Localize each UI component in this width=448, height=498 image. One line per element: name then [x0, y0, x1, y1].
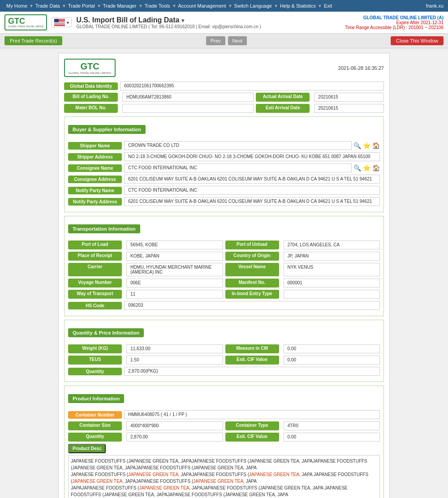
port-of-load-label: Port of Load [68, 240, 122, 249]
flag-dropdown-icon: ▾ [67, 20, 69, 25]
notify-party-address-row: Notify Party Address 6201 COLISEUM WAY S… [68, 197, 380, 206]
header-left: GTC GLOBAL TRADE ONLINE LIMITED ▾ U.S. I… [4, 14, 261, 30]
header-banner: GTC GLOBAL TRADE ONLINE LIMITED ▾ U.S. I… [0, 12, 448, 34]
nav-my-home[interactable]: My Home [4, 2, 29, 9]
buyer-supplier-title: Buyer & Supplier Information [68, 125, 146, 134]
bol-value: HDMU06AM72813860 [122, 93, 254, 102]
global-data-identity-row: Global Data Identity 6003202106170066239… [64, 82, 384, 90]
container-type-value: 4TR0 [284, 421, 380, 430]
transportation-section: Transportation Information Port of Load … [64, 216, 384, 316]
product-desc-button[interactable]: Product Desc [68, 444, 106, 453]
highlight-green-tea-2: JAPANESE GREEN TEA, [249, 472, 301, 477]
us-flag-icon [54, 19, 65, 26]
nav-exit[interactable]: Exit [322, 2, 334, 9]
shipper-name-row: Shipper Name CROWN TRADE CO LTD 🔍 ⭐ 🏠 [68, 141, 380, 150]
quantity-label: Quantity [68, 368, 122, 375]
company-info: GLOBAL TRADE ONLINE LIMITED ( Tel: 86-51… [76, 24, 261, 29]
actual-arrival-label: Actual Arrival Date [256, 93, 310, 102]
weight-kg-label: Weight (KG) [68, 344, 122, 353]
carrier-label: Carrier [68, 263, 122, 276]
bol-label: Bill of Lading No. [64, 93, 118, 102]
record-card: GTC GLOBAL TRADE ONLINE LIMITED 2021-06-… [58, 53, 390, 498]
page-title-text: U.S. Import Bill of Lading Data [76, 16, 179, 24]
product-desc-section: Product Desc JAPANESE FOODSTUFFS (JAPANE… [68, 444, 380, 498]
port-row: Port of Load 56945, KOBE Port of Unload … [68, 240, 380, 249]
toolbar-left: Print Trade Record(s) [4, 36, 62, 45]
shipper-name-value: CROWN TRADE CO LTD [124, 141, 352, 150]
consignee-star-icon[interactable]: ⭐ [363, 164, 370, 172]
consignee-name-label: Consignee Name [68, 164, 122, 172]
product-title: Product Information [68, 394, 124, 403]
container-size-value: 4000*400*900 [126, 421, 223, 430]
highlight-green-tea-1: JAPANESE GREEN TEA, [128, 472, 180, 477]
nav-trade-tools[interactable]: Trade Tools [143, 2, 172, 9]
container-number-row: Container Number HMMU6408075 ( 41 / 1 / … [68, 410, 380, 419]
voyage-number-label: Voyage Number [68, 279, 122, 288]
main-content: GTC GLOBAL TRADE ONLINE LIMITED 2021-06-… [0, 48, 448, 498]
measure-cm-value: 0.00 [284, 344, 380, 353]
shipper-search-icon[interactable]: 🔍 [353, 142, 361, 149]
title-area: U.S. Import Bill of Lading Data ▾ GLOBAL… [76, 16, 261, 29]
user-name: frank.xu [426, 3, 444, 9]
nav-trade-manager[interactable]: Trade Manager [101, 2, 138, 9]
esti-arrival-label: Esti Arrival Date [256, 104, 310, 113]
voyage-manifest-row: Voyage Number 006E Manifest No. 000001 [68, 279, 380, 288]
consignee-address-label: Consignee Address [68, 176, 122, 183]
card-date: 2021-06-28 16:35:27 [338, 65, 384, 71]
quantity-price-title: Quantity & Price Information [68, 328, 144, 337]
consignee-search-icon[interactable]: 🔍 [353, 164, 361, 172]
esti-cif-value: 0.00 [284, 356, 380, 365]
shipper-star-icon[interactable]: ⭐ [363, 142, 370, 149]
receipt-origin-row: Place of Receipt KOBE, JAPAN Country of … [68, 252, 380, 261]
container-size-type-row: Container Size 4000*400*900 Container Ty… [68, 421, 380, 430]
shipper-icons: 🔍 ⭐ 🏠 [352, 142, 380, 149]
in-bond-value [284, 290, 380, 299]
voyage-number-value: 006E [126, 279, 223, 288]
product-desc-text: JAPANESE FOODSTUFFS (JAPANESE GREEN TEA,… [68, 455, 380, 498]
product-header: Product Information [68, 390, 380, 407]
logo-text: GTC [8, 17, 43, 25]
shipper-address-row: Shipper Address NO 2-18 3-CHOME GOKOH-DO… [68, 152, 380, 161]
country-of-origin-value: JP, JAPAN [284, 252, 380, 261]
dropdown-arrow-icon: ▾ [181, 17, 184, 24]
place-of-receipt-value: KOBE, JAPAN [126, 252, 223, 261]
header-right: GLOBAL TRADE ONLINE LIMITED (A) Expire A… [345, 15, 444, 30]
top-navigation: My Home ▾ Trade Data ▾ Trade Portal ▾ Tr… [0, 0, 448, 12]
nav-help-statistics[interactable]: Help & Statistics [278, 2, 318, 9]
card-logo-sub: GLOBAL TRADE ONLINE LIMITED [69, 72, 111, 74]
logo-sub: GLOBAL TRADE ONLINE LIMITED [8, 25, 43, 28]
notify-party-name-value: CTC FOOD INTERNATIONAL INC [124, 186, 380, 195]
close-button-top[interactable]: Close This Window [391, 36, 444, 45]
vessel-name-value: NYK VENUS [284, 263, 380, 276]
product-section: Product Information Container Number HMM… [64, 386, 384, 498]
product-quantity-value: 2,870.00 [126, 433, 223, 442]
consignee-name-row: Consignee Name CTC FOOD INTERNATIONAL IN… [68, 163, 380, 172]
nav-trade-data[interactable]: Trade Data [34, 2, 62, 9]
expire-date: Expire After 2021-12-31 [345, 20, 444, 25]
highlight-green-tea-3: JAPANESE GREEN TEA, [72, 479, 124, 484]
next-button-top[interactable]: Next [228, 36, 247, 45]
master-bol-label: Mater BOL No. [64, 104, 118, 113]
teus-label: TEUS [68, 356, 122, 365]
shipper-address-label: Shipper Address [68, 153, 122, 161]
toolbar-top: Print Trade Record(s) Prev Next Close Th… [0, 34, 448, 48]
nav-trade-portal[interactable]: Trade Portal [66, 2, 97, 9]
teus-value: 1.50 [126, 356, 223, 365]
in-bond-label: In-bond Entry Type [225, 290, 279, 299]
product-esti-cif-value: 0.00 [284, 433, 380, 442]
print-button-top[interactable]: Print Trade Record(s) [4, 36, 62, 45]
vessel-name-label: Vessel Name [225, 263, 279, 276]
container-type-label: Container Type [225, 421, 279, 430]
flag-selector[interactable]: ▾ [52, 17, 72, 27]
quantity-price-section: Quantity & Price Information Weight (KG)… [64, 320, 384, 382]
actual-arrival-value: 20210615 [314, 93, 384, 102]
shipper-home-icon[interactable]: 🏠 [372, 142, 380, 149]
nav-account-management[interactable]: Account Management [177, 2, 228, 9]
prev-button-top[interactable]: Prev [206, 36, 225, 45]
esti-cif-label: Esti. CIF Value [225, 356, 279, 365]
nav-switch-language[interactable]: Switch Language [233, 2, 274, 9]
highlight-green-tea-5: JAPANESE GREEN TEA, [139, 485, 190, 490]
way-of-transport-value: 11 [126, 290, 223, 299]
consignee-home-icon[interactable]: 🏠 [372, 164, 380, 172]
consignee-address-row: Consignee Address 6201 COLISEUM WAY SUIT… [68, 175, 380, 184]
